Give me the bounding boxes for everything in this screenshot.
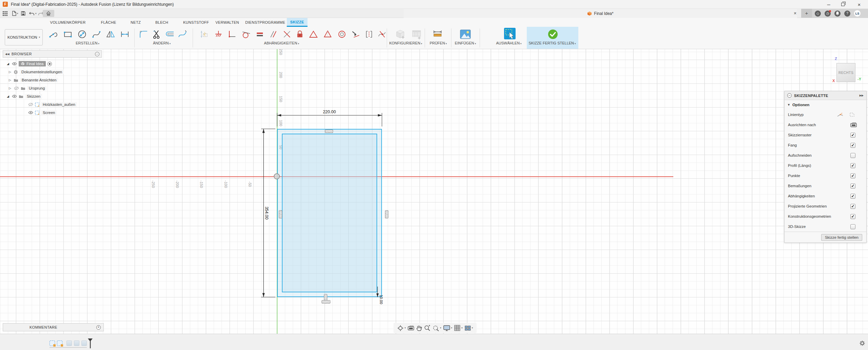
erstellen-group-label[interactable]: ERSTELLEN▾ <box>76 41 99 45</box>
parallel-constraint-icon[interactable] <box>267 29 279 40</box>
abhaengigkeiten-checkbox[interactable]: ✓ <box>850 194 855 199</box>
tab-dienstprogramme[interactable]: DIENSTPROGRAMME <box>242 18 289 27</box>
visibility-eye-off-icon[interactable] <box>14 86 19 90</box>
constraint-glyph-left[interactable] <box>279 210 282 218</box>
minimize-button[interactable]: ─ <box>822 0 835 9</box>
comments-bar[interactable]: KOMMENTARE + <box>3 323 104 331</box>
palette-options-section[interactable]: ▼ Optionen <box>785 100 866 110</box>
grid-settings-button[interactable]: ▾ <box>454 325 463 331</box>
equal-constraint-icon[interactable] <box>254 29 266 40</box>
midpoint-constraint-icon[interactable] <box>349 29 362 40</box>
tab-flaeche[interactable]: FLÄCHE <box>97 18 119 27</box>
expand-triangle-icon[interactable]: ◢ <box>6 95 10 98</box>
auswaehlen-group-label[interactable]: AUSWÄHLEN▾ <box>496 41 521 45</box>
coincident-constraint-icon[interactable] <box>212 29 225 40</box>
display-settings-button[interactable]: ▾ <box>443 325 452 331</box>
timeline-feature-4[interactable] <box>74 341 79 346</box>
tab-netz[interactable]: NETZ <box>127 18 144 27</box>
browser-header[interactable]: ◀◀ BROWSER – <box>3 50 102 58</box>
tab-verwalten[interactable]: VERWALTEN <box>212 18 243 27</box>
curvature-constraint-icon[interactable] <box>363 29 375 40</box>
triangle-constraint-icon[interactable] <box>307 29 320 40</box>
visibility-eye-icon[interactable] <box>12 95 17 98</box>
dimension-width-value[interactable]: 220.00 <box>323 110 336 114</box>
save-icon[interactable] <box>21 10 25 17</box>
configure-table-icon[interactable] <box>410 29 423 40</box>
trim-tool-icon[interactable] <box>151 29 163 40</box>
tangent-constraint-icon[interactable] <box>240 29 252 40</box>
fillet-tool-icon[interactable] <box>138 29 150 40</box>
timeline-sketch-feature-1[interactable] <box>50 341 55 346</box>
browser-collapse-icon[interactable]: – <box>95 52 99 56</box>
browser-item-ursprung[interactable]: ▷ Ursprung <box>3 84 102 92</box>
palette-header[interactable]: – SKIZZENPALETTE ▶▶ <box>785 91 866 100</box>
einfuegen-group-label[interactable]: EINFÜGEN▾ <box>455 41 476 45</box>
sketch-canvas[interactable]: 250 200 150 100 50 -250 -200 -150 -100 -… <box>0 49 868 334</box>
fit-button[interactable]: ▾ <box>432 325 441 331</box>
browser-item-holzkasten[interactable]: Holzkasten_außen <box>3 100 102 109</box>
finish-sketch-button[interactable]: Skizze fertig stellen <box>821 234 862 241</box>
horizontal-vertical-constraint-icon[interactable] <box>226 29 238 40</box>
tab-volumenkoerper[interactable]: VOLUMENKÖRPER <box>47 18 89 27</box>
look-at-icon[interactable] <box>850 122 857 128</box>
view-cube[interactable]: RECHTS Z X -Y <box>832 53 868 83</box>
circle-tool-icon[interactable] <box>76 29 88 40</box>
fertig-group-label[interactable]: SKIZZE FERTIG STELLEN▾ <box>528 41 576 45</box>
zoom-button[interactable] <box>424 325 430 331</box>
finish-sketch-icon[interactable] <box>547 29 559 40</box>
visibility-eye-icon[interactable] <box>28 111 33 114</box>
tab-blech[interactable]: BLECH <box>152 18 172 27</box>
sketch-origin-point[interactable] <box>274 173 280 179</box>
dimension-offset-value[interactable]: 10.00 <box>379 295 383 304</box>
polygon-constraint-icon[interactable] <box>322 29 334 40</box>
document-tab[interactable]: Final Idea* <box>404 9 797 18</box>
job-status-icon[interactable]: ◷ <box>825 11 831 17</box>
home-view-button[interactable] <box>43 10 54 17</box>
new-document-tab-button[interactable]: + <box>801 9 812 18</box>
offset-tool-icon[interactable] <box>163 29 176 40</box>
preferences-gear-icon[interactable] <box>860 341 865 346</box>
document-tab-close-icon[interactable]: ✕ <box>792 11 798 16</box>
abhaengigkeiten-group-label[interactable]: ABHÄNGIGKEITEN▾ <box>264 41 299 45</box>
tab-skizze[interactable]: SKIZZE <box>287 18 308 27</box>
measure-icon[interactable] <box>431 29 444 40</box>
browser-item-root[interactable]: ◢ Final Idea <box>3 60 102 68</box>
user-avatar[interactable]: LS <box>854 10 861 17</box>
select-tool-icon[interactable] <box>504 28 516 39</box>
extensions-icon[interactable]: ◇ <box>815 11 821 17</box>
lock-constraint-icon[interactable] <box>294 29 306 40</box>
timeline-feature-3[interactable] <box>66 341 72 346</box>
palette-dock-icon[interactable]: ▶▶ <box>860 94 864 97</box>
expand-triangle-icon[interactable]: ▷ <box>8 86 12 90</box>
linetype-construction-icon[interactable] <box>849 112 855 117</box>
notifications-bell-icon[interactable] <box>834 11 841 17</box>
constraint-glyph-top[interactable] <box>325 130 333 133</box>
restore-button[interactable] <box>836 0 849 9</box>
aufschneiden-checkbox[interactable] <box>850 153 855 158</box>
mirror-tool-icon[interactable] <box>104 29 117 40</box>
profil-checkbox[interactable]: ✓ <box>850 163 855 168</box>
insert-image-icon[interactable] <box>459 29 471 40</box>
3d-skizze-checkbox[interactable] <box>850 224 855 229</box>
look-at-button[interactable] <box>408 326 414 331</box>
timeline-feature-5[interactable] <box>81 341 87 346</box>
expand-triangle-icon[interactable]: ◢ <box>6 62 10 65</box>
constraint-glyph-bottom-1[interactable] <box>324 294 327 301</box>
konstruktion-dropdown[interactable]: KONSTRUKTION▾ <box>5 29 43 45</box>
spline-tool-icon[interactable] <box>90 29 102 40</box>
konfigurieren-group-label[interactable]: KONFIGURIEREN▾ <box>389 41 422 45</box>
collapse-browser-icon[interactable]: ◀◀ <box>5 53 9 56</box>
viewports-button[interactable]: ▾ <box>465 326 473 331</box>
pruefen-group-label[interactable]: PRÜFEN▾ <box>430 41 447 45</box>
sketch-dimension-tool-icon[interactable] <box>119 29 131 40</box>
constraint-glyph-bottom-2[interactable] <box>322 300 330 304</box>
line-tool-icon[interactable] <box>47 29 60 40</box>
driven-dimension-icon[interactable] <box>198 29 210 40</box>
tab-kunststoff[interactable]: KUNSTSTOFF <box>180 18 212 27</box>
activate-radio-icon[interactable] <box>47 62 52 66</box>
expand-triangle-icon[interactable]: ▷ <box>8 78 12 82</box>
bemassungen-checkbox[interactable]: ✓ <box>850 183 855 189</box>
rectangle-tool-icon[interactable] <box>62 29 74 40</box>
visibility-eye-icon[interactable] <box>12 62 17 65</box>
projizierte-geometrien-checkbox[interactable]: ✓ <box>850 204 855 209</box>
